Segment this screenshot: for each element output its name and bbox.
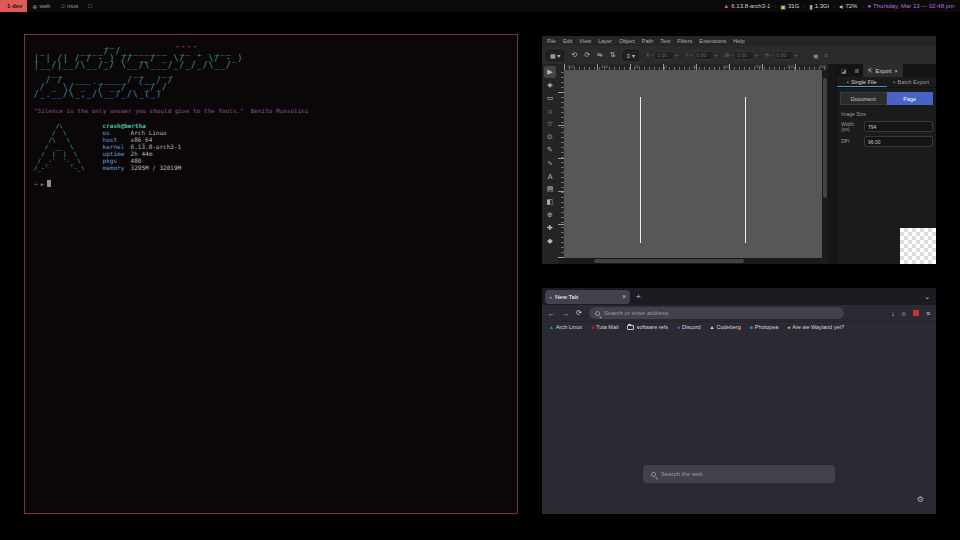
downloads-icon[interactable]: ↓ — [891, 310, 895, 317]
active-tab[interactable]: ● New Tab × — [545, 290, 630, 304]
menu-edit[interactable]: Edit — [563, 38, 572, 44]
spin-minus-button[interactable]: − — [690, 52, 693, 58]
width-field[interactable]: W − 0.00 + — [724, 51, 758, 60]
x-coordinate-field[interactable]: X − 0.00 + — [646, 51, 678, 60]
flip-vertical-icon[interactable]: ⇅ — [610, 51, 616, 59]
rotate-ccw-icon[interactable]: ⟲ — [571, 51, 577, 59]
web-search-box[interactable] — [643, 465, 835, 483]
fetch-row-memory: memory3295M / 32019M — [103, 164, 182, 171]
list-all-tabs-chevron-icon[interactable]: ⌄ — [924, 293, 930, 301]
menu-layer[interactable]: Layer — [598, 38, 612, 44]
bookmark-discord[interactable]: ● Discord — [677, 324, 701, 330]
document-scope-button[interactable]: Document — [840, 92, 887, 105]
height-field[interactable]: H − 0.00 + — [765, 51, 797, 60]
menu-object[interactable]: Object — [619, 38, 635, 44]
zoom-tool[interactable]: ◆ — [544, 235, 556, 247]
menu-path[interactable]: Path — [642, 38, 653, 44]
menu-text[interactable]: Text — [660, 38, 670, 44]
align-dropdown[interactable]: ≡ ▾ — [623, 50, 639, 61]
spiral-tool[interactable]: ⊙ — [544, 131, 556, 143]
spin-minus-button[interactable]: − — [770, 52, 773, 58]
snap-toggle-icon[interactable]: ▣ — [813, 52, 819, 59]
page-scope-button[interactable]: Page — [887, 92, 934, 105]
field-value[interactable]: 0.00 — [734, 51, 754, 60]
rectangle-tool[interactable]: ▭ — [544, 92, 556, 104]
inkscape-canvas[interactable] — [564, 70, 822, 258]
menu-file[interactable]: File — [547, 38, 556, 44]
y-coordinate-field[interactable]: Y − 0.00 + — [685, 51, 717, 60]
spin-plus-button[interactable]: + — [795, 52, 798, 58]
close-tab-icon[interactable]: × — [622, 293, 626, 300]
ellipse-tool[interactable]: ○ — [544, 105, 556, 117]
field-value[interactable]: 0.00 — [694, 51, 714, 60]
spin-minus-button[interactable]: − — [650, 52, 653, 58]
display-mode-icon[interactable]: ⌗ — [825, 52, 828, 59]
field-value[interactable]: 0.00 — [774, 51, 794, 60]
spin-plus-button[interactable]: + — [755, 52, 758, 58]
menu-help[interactable]: Help — [733, 38, 744, 44]
bookmark-tuta-mail[interactable]: ■ Tuta Mail — [591, 324, 618, 330]
menu-filters[interactable]: Filters — [677, 38, 692, 44]
selector-tool[interactable]: ▶ — [544, 66, 556, 78]
home-icon[interactable]: ⌂ — [902, 310, 906, 317]
browser-window[interactable]: ● New Tab × + ⌄ ← → ⟳ ↓ ⌂ ≡ ▲ Arch Linux… — [542, 288, 936, 514]
bookmark-are-we-wayland-yet[interactable]: ● Are we Wayland yet? — [787, 324, 844, 330]
gear-icon[interactable]: ⚙ — [917, 495, 924, 504]
layers-panel-tab[interactable]: ◪ — [837, 64, 850, 77]
reload-button[interactable]: ⟳ — [576, 309, 582, 317]
menu-hamburger-icon[interactable]: ≡ — [926, 310, 930, 317]
fetch-value: 3295M / 32019M — [131, 164, 182, 171]
pencil-tool[interactable]: ✎ — [544, 144, 556, 156]
forward-button[interactable]: → — [562, 310, 569, 317]
address-bar[interactable] — [589, 307, 844, 319]
dock-divider[interactable] — [828, 64, 836, 264]
menu-extensions[interactable]: Extensions — [699, 38, 726, 44]
workspace-web[interactable]: ⊕ web — [27, 0, 55, 12]
scrollbar-thumb[interactable] — [594, 259, 744, 263]
new-tab-button[interactable]: + — [636, 292, 641, 301]
bookmark-codeberg[interactable]: ▲ Codeberg — [710, 324, 741, 330]
node-tool[interactable]: ◈ — [544, 79, 556, 91]
volume-level: 72% — [845, 3, 857, 9]
gradient-tool[interactable]: ▤ — [544, 183, 556, 195]
spin-minus-button[interactable]: − — [730, 52, 733, 58]
terminal-window[interactable]: __ _ ____/ /________ __ _ ___ | | /| / /… — [24, 34, 518, 514]
close-icon[interactable]: × — [895, 68, 898, 74]
workspace-mus[interactable]: ♫ mus — [55, 0, 83, 12]
menu-view[interactable]: View — [579, 38, 591, 44]
rotate-cw-icon[interactable]: ⟳ — [584, 51, 590, 59]
back-button[interactable]: ← — [548, 310, 555, 317]
canvas-horizontal-scrollbar[interactable] — [564, 258, 822, 264]
drawn-line-left[interactable] — [640, 97, 641, 243]
selection-mode-dropdown[interactable]: ▦ ▾ — [546, 50, 564, 61]
shell-prompt[interactable]: ~ ▶ — [34, 180, 508, 187]
measure-tool[interactable]: ✚ — [544, 222, 556, 234]
export-panel-tab[interactable]: ⇱ Export × — [863, 64, 903, 77]
bookmark-photopea[interactable]: ■ Photopea — [750, 324, 779, 330]
batch-export-tab[interactable]: ▪ Batch Export — [887, 77, 937, 87]
objects-panel-tab[interactable]: ≣ — [850, 64, 863, 77]
text-tool[interactable]: A — [544, 170, 556, 182]
flip-horizontal-icon[interactable]: ⇋ — [597, 51, 603, 59]
dropper-tool[interactable]: ◧ — [544, 196, 556, 208]
width-input[interactable]: 794 — [864, 121, 933, 132]
spin-plus-button[interactable]: + — [675, 52, 678, 58]
bezier-tool[interactable]: ∿ — [544, 157, 556, 169]
spin-plus-button[interactable]: + — [715, 52, 718, 58]
workspace-dev[interactable]: 1 dev — [0, 0, 27, 12]
single-file-tab[interactable]: ▪ Single File — [837, 77, 887, 87]
workspace-misc[interactable]: □ — [83, 0, 99, 12]
inkscape-window[interactable]: File Edit View Layer Object Path Text Fi… — [542, 36, 936, 264]
scrollbar-thumb[interactable] — [823, 78, 827, 198]
paint-bucket-tool[interactable]: ⊕ — [544, 209, 556, 221]
address-input[interactable] — [604, 310, 838, 316]
field-value[interactable]: 0.00 — [654, 51, 674, 60]
drawn-line-right[interactable] — [745, 97, 746, 243]
zoom-tool-icon: ◆ — [547, 237, 552, 245]
extension-icon[interactable] — [913, 310, 919, 316]
dpi-input[interactable]: 96.00 — [864, 136, 933, 147]
bookmark-arch-linux[interactable]: ▲ Arch Linux — [549, 324, 582, 330]
bookmark-folder-software-refs[interactable]: software refs — [627, 324, 667, 330]
star-tool[interactable]: ☆ — [544, 118, 556, 130]
web-search-input[interactable] — [661, 471, 827, 477]
